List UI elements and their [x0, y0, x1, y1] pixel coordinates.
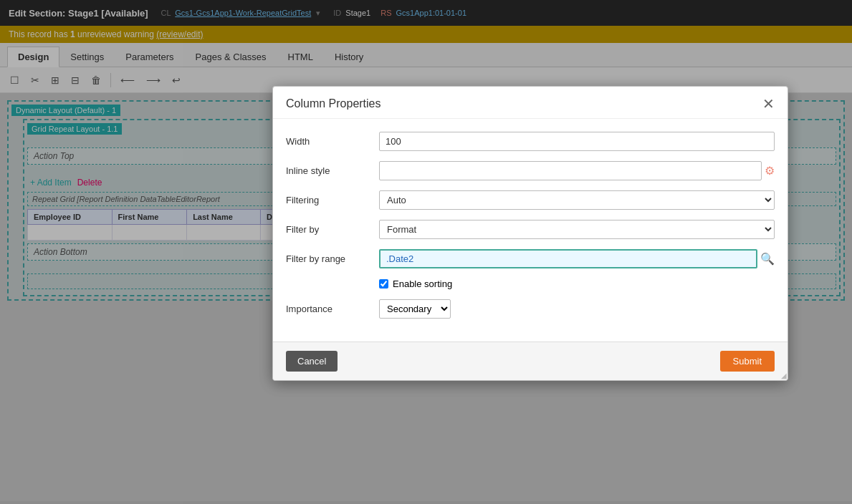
modal-title: Column Properties [286, 97, 381, 110]
inline-style-label: Inline style [286, 165, 379, 176]
filter-by-range-control: 🔍 [379, 249, 775, 268]
enable-sorting-row: Enable sorting [379, 278, 775, 289]
width-control [379, 132, 775, 151]
importance-control: Primary Secondary Tertiary [379, 299, 775, 319]
filtering-control: Auto Manual None [379, 190, 775, 210]
enable-sorting-label: Enable sorting [393, 278, 452, 289]
column-properties-modal: Column Properties ✕ Width Inline style ⚙… [272, 86, 788, 381]
filter-by-label: Filter by [286, 224, 379, 235]
width-input[interactable] [379, 132, 775, 151]
inline-style-row: Inline style ⚙ [286, 161, 775, 180]
filtering-label: Filtering [286, 195, 379, 205]
enable-sorting-checkbox[interactable] [379, 279, 388, 289]
importance-label: Importance [286, 304, 379, 314]
importance-row: Importance Primary Secondary Tertiary [286, 299, 775, 319]
filter-by-control: Format Value None [379, 220, 775, 239]
filter-range-search-btn[interactable]: 🔍 [760, 252, 775, 266]
modal-resize-handle[interactable]: ◢ [777, 370, 788, 380]
filter-by-row: Filter by Format Value None [286, 220, 775, 239]
filtering-select[interactable]: Auto Manual None [379, 190, 775, 210]
filter-by-select[interactable]: Format Value None [379, 220, 775, 239]
modal-header: Column Properties ✕ [273, 87, 788, 119]
inline-style-gear-btn[interactable]: ⚙ [765, 164, 775, 178]
cancel-button[interactable]: Cancel [286, 351, 338, 372]
submit-button[interactable]: Submit [720, 351, 775, 372]
importance-select[interactable]: Primary Secondary Tertiary [379, 299, 451, 319]
filter-by-range-input[interactable] [379, 249, 757, 268]
modal-footer: Cancel Submit [273, 341, 788, 380]
filtering-row: Filtering Auto Manual None [286, 190, 775, 210]
inline-style-input[interactable] [379, 161, 762, 180]
width-row: Width [286, 132, 775, 151]
filter-by-range-label: Filter by range [286, 253, 379, 264]
inline-style-control: ⚙ [379, 161, 775, 180]
modal-body: Width Inline style ⚙ Filtering Auto Manu… [273, 119, 788, 341]
width-label: Width [286, 136, 379, 147]
modal-close-btn[interactable]: ✕ [762, 97, 775, 111]
filter-by-range-row: Filter by range 🔍 [286, 249, 775, 268]
